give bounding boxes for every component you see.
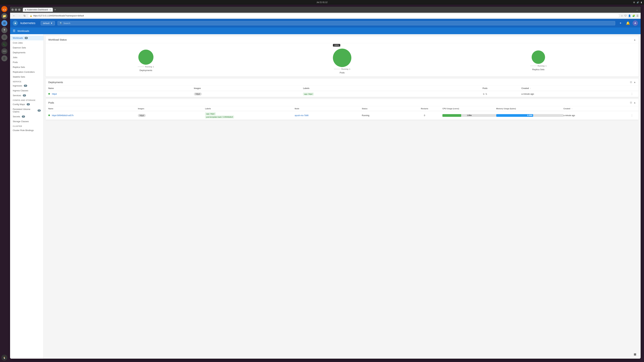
battery-icon: ▮ bbox=[641, 1, 642, 3]
taskbar-right-icons: ⊞ 🔊 ▮ bbox=[633, 1, 642, 3]
taskbar: Jul 21 01:12 ⊞ 🔊 ▮ bbox=[0, 0, 644, 5]
network-icon: ⊞ bbox=[633, 1, 635, 3]
datetime: Jul 21 01:12 bbox=[316, 1, 327, 3]
sound-icon: 🔊 bbox=[636, 1, 639, 3]
